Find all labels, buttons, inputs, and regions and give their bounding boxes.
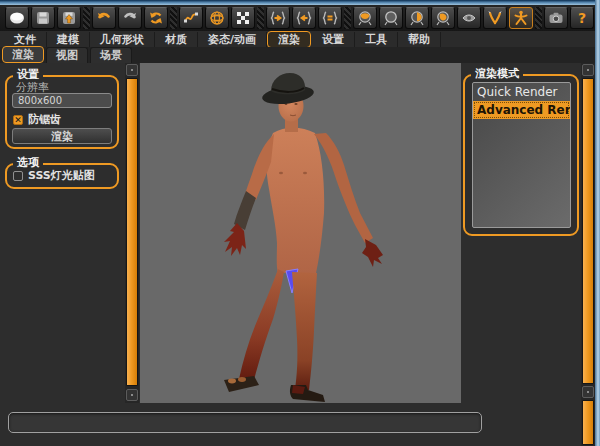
- scrollbar-down-button[interactable]: [126, 389, 138, 401]
- camera-icon: [548, 10, 564, 26]
- head-hair-button[interactable]: [353, 7, 377, 29]
- scrollbar-thumb-lower[interactable]: [582, 400, 594, 445]
- render-button[interactable]: 渲染: [12, 128, 112, 144]
- scrollbar-up-button[interactable]: [126, 64, 138, 76]
- head-morph-icon: [409, 10, 425, 26]
- toolbar-separator: [170, 7, 177, 29]
- checker-render-icon: [235, 10, 251, 26]
- undo-icon: [96, 10, 112, 26]
- pose-paste-right-button[interactable]: [266, 7, 290, 29]
- menubar: 文件 建模 几何形状 材质 姿态/动画 渲染 设置 工具 帮助: [0, 31, 595, 47]
- help-icon: ?: [574, 10, 590, 26]
- menu-geometry[interactable]: 几何形状: [90, 32, 155, 47]
- scrollbar-up-button[interactable]: [582, 64, 594, 76]
- tab-row: 渲染 视图 场景: [0, 47, 595, 63]
- window-scrollbar-right[interactable]: [581, 63, 595, 446]
- menu-modeling[interactable]: 建模: [47, 32, 90, 47]
- svg-text:?: ?: [578, 10, 586, 26]
- human-figure-3d: [140, 63, 461, 403]
- menu-render[interactable]: 渲染: [267, 31, 311, 48]
- sss-row: SSS灯光贴图: [13, 168, 95, 183]
- head-plain-button[interactable]: [379, 7, 403, 29]
- pose-mirror-button[interactable]: [318, 7, 342, 29]
- figure-pose-icon: [513, 10, 529, 26]
- toolbar-separator: [344, 7, 351, 29]
- curve-editor-icon: [183, 10, 199, 26]
- hands-pose-button[interactable]: [483, 7, 507, 29]
- save-icon: [35, 10, 51, 26]
- window-border-top: [0, 0, 600, 5]
- scrollbar-mid-button[interactable]: [582, 386, 594, 398]
- menu-pose-animation[interactable]: 姿态/动画: [198, 32, 267, 47]
- viewport-scrollbar-left[interactable]: [125, 63, 139, 403]
- render-mode-advanced[interactable]: Advanced Render: [473, 101, 570, 119]
- render-mode-title: 渲染模式: [471, 67, 523, 81]
- figure-pose-button[interactable]: [509, 7, 533, 29]
- menu-material[interactable]: 材质: [155, 32, 198, 47]
- hands-pose-icon: [487, 10, 503, 26]
- wireframe-sphere-icon: [209, 10, 225, 26]
- toolbar-separator: [257, 7, 264, 29]
- redo-icon: [122, 10, 138, 26]
- pose-paste-left-icon: [295, 10, 313, 26]
- import-save-icon: [61, 10, 77, 26]
- redo-button[interactable]: [118, 7, 142, 29]
- toolbar-separator: [535, 7, 542, 29]
- refresh-icon: [148, 10, 164, 26]
- new-shape-button[interactable]: [5, 7, 29, 29]
- pose-paste-right-icon: [269, 10, 287, 26]
- head-morph-button[interactable]: [405, 7, 429, 29]
- scrollbar-thumb[interactable]: [582, 78, 594, 384]
- import-save-button[interactable]: [57, 7, 81, 29]
- eye-part-icon: [461, 10, 477, 26]
- menu-settings[interactable]: 设置: [312, 32, 355, 47]
- scrollbar-thumb[interactable]: [126, 78, 138, 386]
- menu-help[interactable]: 帮助: [398, 32, 441, 47]
- resolution-input[interactable]: [12, 93, 112, 108]
- refresh-button[interactable]: [144, 7, 168, 29]
- camera-button[interactable]: [544, 7, 568, 29]
- save-button[interactable]: [31, 7, 55, 29]
- render-progress-bar: [8, 412, 482, 433]
- tab-render[interactable]: 渲染: [2, 46, 44, 63]
- head-skin-icon: [435, 10, 451, 26]
- new-shape-icon: [9, 10, 25, 26]
- pose-mirror-icon: [321, 10, 339, 26]
- checker-render-button[interactable]: [231, 7, 255, 29]
- help-button[interactable]: ?: [570, 7, 594, 29]
- menu-tools[interactable]: 工具: [355, 32, 398, 47]
- render-viewport[interactable]: [140, 63, 461, 403]
- sss-checkbox[interactable]: [13, 171, 23, 181]
- curve-editor-button[interactable]: [179, 7, 203, 29]
- wireframe-sphere-button[interactable]: [205, 7, 229, 29]
- undo-button[interactable]: [92, 7, 116, 29]
- antialias-label: 防锯齿: [28, 112, 61, 127]
- antialias-row: ✕ 防锯齿: [13, 112, 61, 127]
- antialias-checkbox[interactable]: ✕: [13, 115, 23, 125]
- window-border-right: [595, 0, 600, 446]
- head-skin-button[interactable]: [431, 7, 455, 29]
- pose-paste-left-button[interactable]: [292, 7, 316, 29]
- tab-view[interactable]: 视图: [46, 47, 88, 63]
- sss-label: SSS灯光贴图: [28, 168, 95, 183]
- eye-part-button[interactable]: [457, 7, 481, 29]
- head-hair-icon: [357, 10, 373, 26]
- render-mode-list: Quick Render Advanced Render: [472, 82, 571, 228]
- tab-scene[interactable]: 场景: [90, 47, 132, 63]
- toolbar: ?: [0, 5, 595, 31]
- head-plain-icon: [383, 10, 399, 26]
- render-mode-quick[interactable]: Quick Render: [473, 83, 570, 101]
- toolbar-separator: [83, 7, 90, 29]
- menu-file[interactable]: 文件: [4, 32, 47, 47]
